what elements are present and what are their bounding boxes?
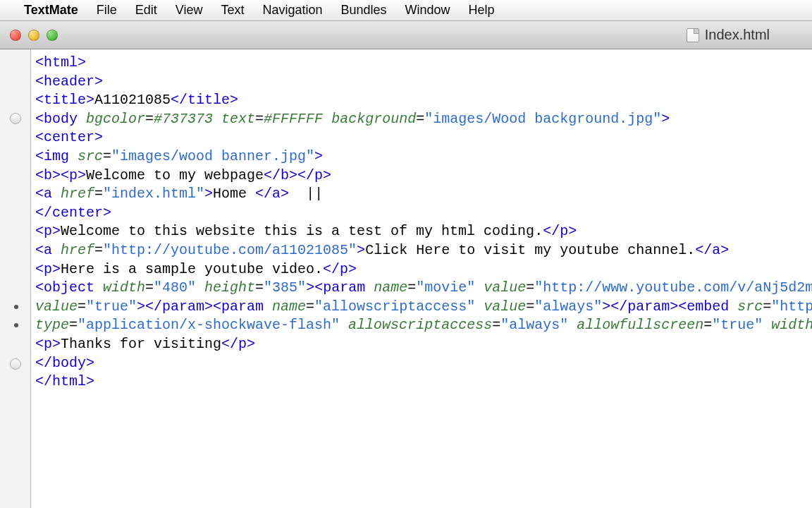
bookmark-icon[interactable]: [14, 323, 18, 327]
code-token: #FFFFFF: [264, 111, 323, 127]
code-token: [475, 298, 484, 315]
menu-file[interactable]: File: [97, 3, 117, 18]
code-token: value: [484, 298, 526, 315]
code-token: "always": [534, 298, 602, 315]
code-token: =: [526, 279, 534, 296]
code-token: <a: [35, 186, 61, 202]
menu-bundles[interactable]: Bundles: [341, 3, 387, 18]
code-token: height: [204, 279, 255, 296]
code-token: href: [61, 186, 94, 202]
code-area[interactable]: <html> <header> <title>A11021085</title>…: [31, 49, 812, 508]
code-token: "images/wood banner.jpg": [111, 148, 314, 164]
code-token: </body>: [35, 355, 94, 371]
code-token: "always": [500, 317, 568, 333]
code-token: name: [272, 298, 306, 315]
code-token: =: [492, 317, 500, 333]
code-token: "application/x-shockwave-flash": [78, 317, 340, 333]
code-token: =: [78, 298, 86, 315]
code-token: >: [661, 111, 670, 127]
bookmark-icon[interactable]: [14, 305, 18, 309]
window-controls: [10, 30, 58, 41]
code-token: [196, 279, 204, 296]
code-token: type: [35, 317, 69, 333]
editor[interactable]: <html> <header> <title>A11021085</title>…: [0, 49, 812, 508]
code-token: [213, 111, 221, 127]
code-token: <p>: [35, 261, 61, 277]
minimize-button[interactable]: [28, 30, 39, 41]
app-menu[interactable]: TextMate: [24, 3, 78, 18]
code-token: width: [771, 317, 812, 333]
code-token: </b></p>: [264, 167, 331, 183]
code-token: "allowscriptaccess": [314, 298, 475, 315]
code-token: "http://www.youtube.com/v/aNj5d2m8Nsc: [534, 279, 812, 296]
document-title: Index.html: [687, 27, 770, 43]
code-token: Here is a sample youtube video.: [61, 261, 323, 277]
code-token: ></param><param: [137, 298, 272, 315]
code-token: <title>: [35, 92, 94, 108]
code-token: Welcome to my webpage: [86, 167, 264, 183]
code-token: text: [221, 111, 255, 127]
code-token: value: [484, 279, 526, 296]
code-token: ><param: [306, 279, 374, 296]
code-token: ||: [289, 186, 323, 202]
document-icon: [687, 28, 699, 42]
code-token: Thanks for visiting: [61, 336, 221, 352]
code-token: [323, 111, 331, 127]
code-token: "movie": [416, 279, 475, 296]
code-token: #737373: [154, 111, 213, 127]
code-token: "index.html": [103, 186, 204, 202]
code-token: <a: [35, 242, 61, 258]
code-token: =: [416, 111, 424, 127]
code-token: [568, 317, 577, 333]
code-token: [475, 279, 484, 296]
code-token: "480": [154, 279, 196, 296]
code-token: "385": [264, 279, 306, 296]
code-token: </a>: [255, 186, 289, 202]
code-token: ></param><embed: [602, 298, 737, 315]
fold-marker-icon[interactable]: [10, 358, 21, 370]
menu-window[interactable]: Window: [405, 3, 450, 18]
code-token: width: [103, 279, 145, 296]
code-token: [340, 317, 348, 333]
menubar: TextMate File Edit View Text Navigation …: [0, 0, 812, 21]
code-token: Home: [213, 186, 255, 202]
code-token: allowscriptaccess: [348, 317, 492, 333]
code-token: name: [374, 279, 407, 296]
code-token: =: [255, 111, 264, 127]
code-token: <p>: [35, 336, 61, 352]
document-title-text: Index.html: [705, 27, 770, 43]
menu-help[interactable]: Help: [469, 3, 495, 18]
code-token: Welcome to this website this is a test o…: [61, 223, 543, 239]
code-token: <p>: [35, 223, 61, 239]
code-token: "true": [86, 298, 137, 315]
code-token: <html>: [35, 54, 86, 71]
code-token: =: [255, 279, 264, 296]
code-token: =: [69, 317, 78, 333]
code-token: <img: [35, 148, 78, 164]
code-token: src: [737, 298, 763, 315]
window-titlebar: Index.html: [0, 21, 812, 49]
code-token: =: [145, 111, 154, 127]
code-token: </html>: [35, 373, 94, 389]
code-token: >: [314, 148, 323, 164]
code-token: <body: [35, 111, 86, 127]
code-token: Click Here to visit my youtube channel.: [365, 242, 695, 258]
code-token: </p>: [543, 223, 577, 239]
code-token: background: [331, 111, 416, 127]
code-token: </center>: [35, 205, 111, 221]
code-token: =: [94, 186, 103, 202]
menu-text[interactable]: Text: [221, 3, 244, 18]
code-token: =: [306, 298, 314, 315]
fold-marker-icon[interactable]: [10, 113, 21, 124]
menu-navigation[interactable]: Navigation: [262, 3, 322, 18]
menu-edit[interactable]: Edit: [135, 3, 157, 18]
close-button[interactable]: [10, 30, 21, 41]
menu-view[interactable]: View: [176, 3, 203, 18]
zoom-button[interactable]: [47, 30, 58, 41]
code-token: src: [78, 148, 103, 164]
code-token: </a>: [695, 242, 729, 258]
code-token: =: [103, 148, 111, 164]
code-token: href: [61, 242, 94, 258]
gutter[interactable]: [0, 49, 31, 508]
code-token: A11021085: [94, 92, 171, 108]
